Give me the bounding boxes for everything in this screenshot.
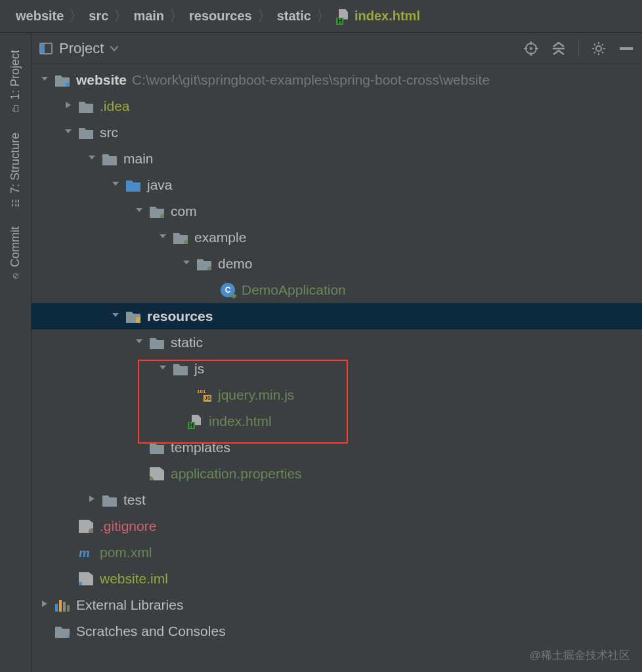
tree-label: pom.xml [100,545,152,560]
maven-file-icon [79,546,93,559]
breadcrumb-file-label: index.html [354,9,420,24]
project-panel: Project [32,33,642,672]
divider [578,41,579,56]
tree-node-static[interactable]: static [32,329,642,356]
tree-label: templates [171,440,230,455]
tree-node-main[interactable]: main [32,146,642,172]
tree-label: demo [218,256,253,272]
package-icon [150,205,164,218]
folder-icon [79,100,93,113]
folder-icon [79,126,93,139]
class-icon [221,283,235,297]
expand-arrow-icon[interactable] [41,600,51,610]
tool-window-commit[interactable]: ⎋ Commit [9,217,22,291]
folder-icon [102,494,117,507]
expand-arrow-icon[interactable] [41,75,51,85]
project-view-selector[interactable]: Project [39,40,118,57]
tree-node-website[interactable]: website C:\work\git\springboot-examples\… [32,67,642,93]
breadcrumb-item-resources[interactable]: resources [186,9,255,24]
resources-folder-icon [126,310,140,323]
structure-icon: ☷ [11,199,21,207]
folder-icon [150,441,164,454]
tree-node-pom[interactable]: pom.xml [32,539,642,566]
tree-node-example[interactable]: example [32,224,642,251]
watermark: @稀土掘金技术社区 [530,648,630,663]
expand-arrow-icon[interactable] [64,101,75,112]
breadcrumb-sep: 〉 [114,7,128,26]
tree-label: example [194,230,246,245]
gitignore-file-icon [79,520,93,533]
project-panel-header: Project [32,33,642,64]
tree-node-gitignore[interactable]: .gitignore [32,513,642,539]
tree-node-demo[interactable]: demo [32,251,642,277]
tool-window-structure-label: 7: Structure [9,133,22,194]
tree-node-templates[interactable]: templates [32,434,642,461]
folder-icon [150,336,164,349]
svg-rect-4 [620,47,633,50]
tree-node-jquery[interactable]: jquery.min.js [32,382,642,408]
tree-label: java [147,177,173,193]
expand-arrow-icon[interactable] [88,154,98,164]
tree-label: website [76,72,127,88]
tree-node-application-properties[interactable]: application.properties [32,461,642,487]
tree-label: External Libraries [76,597,183,613]
tree-label: website.iml [100,571,168,587]
tree-node-com[interactable]: com [32,198,642,224]
breadcrumb-item-main[interactable]: main [131,9,167,24]
package-icon [173,231,188,244]
tree-node-idea[interactable]: .idea [32,93,642,119]
tree-node-java[interactable]: java [32,172,642,198]
breadcrumb-current-file[interactable]: index.html [333,9,423,24]
source-folder-icon [126,178,140,192]
tree-node-js[interactable]: js [32,356,642,382]
hide-icon[interactable] [618,41,634,56]
expand-arrow-icon[interactable] [159,232,169,243]
tool-window-structure[interactable]: ☷ 7: Structure [9,123,22,217]
gear-icon[interactable] [591,41,607,56]
tree-node-test[interactable]: test [32,487,642,513]
tree-node-iml[interactable]: website.iml [32,566,642,592]
commit-icon: ⎋ [11,274,21,279]
expand-arrow-icon[interactable] [182,259,193,269]
iml-file-icon [79,572,93,585]
project-view-icon [39,43,53,54]
collapse-all-icon[interactable] [551,41,567,56]
module-icon [55,74,70,87]
expand-arrow-icon[interactable] [64,127,75,138]
tree-node-scratches[interactable]: Scratches and Consoles [32,618,642,644]
html-file-icon [188,415,202,428]
tree-node-external-libraries[interactable]: External Libraries [32,592,642,618]
tree-label: main [123,151,154,167]
tree-node-index-html[interactable]: index.html [32,408,642,434]
breadcrumb-item-src[interactable]: src [86,9,111,24]
expand-arrow-icon[interactable] [112,311,122,322]
tree-node-demoapplication[interactable]: DemoApplication [32,277,642,303]
tree-node-resources[interactable]: resources [32,303,642,329]
folder-icon [102,152,117,165]
tool-window-bar-left: 🗀 1: Project ☷ 7: Structure ⎋ Commit [0,33,32,672]
breadcrumb-sep: 〉 [316,7,331,26]
tree-label: DemoApplication [242,282,346,298]
breadcrumb-item-static[interactable]: static [274,9,314,24]
expand-arrow-icon[interactable] [88,495,98,505]
tree-label: test [123,492,146,508]
breadcrumb-sep: 〉 [257,7,272,26]
properties-file-icon [150,467,164,480]
breadcrumb-root[interactable]: website [13,9,66,24]
expand-arrow-icon[interactable] [135,206,146,217]
tree-label: src [100,125,118,140]
tree-label: js [194,361,204,377]
html-file-icon [336,9,349,24]
project-tree: website C:\work\git\springboot-examples\… [32,64,642,672]
expand-arrow-icon[interactable] [159,364,169,374]
svg-point-1 [530,47,532,50]
locate-icon[interactable] [523,41,539,56]
tool-window-project[interactable]: 🗀 1: Project [9,41,22,123]
tree-node-src[interactable]: src [32,119,642,146]
tree-label: jquery.min.js [218,387,294,403]
breadcrumb-sep: 〉 [69,7,83,26]
tool-window-commit-label: Commit [9,226,22,267]
expand-arrow-icon[interactable] [112,180,122,190]
tree-path-label: C:\work\git\springboot-examples\spring-b… [132,72,490,88]
expand-arrow-icon[interactable] [135,337,146,348]
